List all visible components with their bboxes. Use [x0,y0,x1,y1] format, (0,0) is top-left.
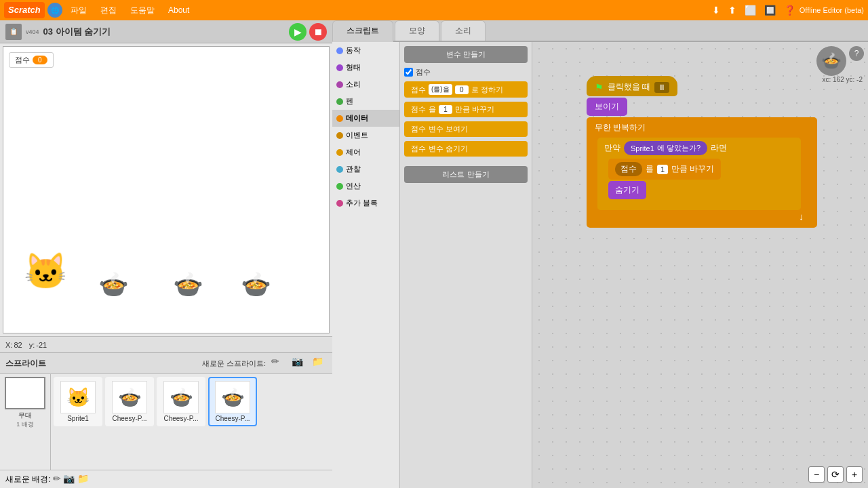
menu-edit[interactable]: 편집 [95,3,122,18]
new-sprite-folder-icon[interactable]: 📁 [312,356,327,371]
flag-icon: ⚑ [595,82,604,93]
touching-oval[interactable]: Sprite1 에 닿았는가? [624,141,707,155]
sprite-name-0: Sprite1 [58,415,98,422]
hide-block[interactable]: 숨기기 [608,181,646,199]
block-change-var-text3: 만큼 바꾸기 [455,104,494,115]
cat-data-label: 데이터 [346,113,368,123]
block-categories: 동작 형태 소리 펜 데이터 [332,42,400,488]
new-sprite-paint-icon[interactable]: ✏ [271,356,286,371]
var-checkbox[interactable] [404,68,413,77]
zoom-out-button[interactable]: − [808,466,825,483]
script-content: 동작 형태 소리 펜 데이터 [332,42,868,488]
stage-thumbnail[interactable]: 무대 1 배경 [0,374,51,470]
sprite-item-2[interactable]: 🍲 Cheesy-P... [157,377,205,426]
bowl-sprite-1[interactable]: 🍲 [98,270,129,299]
help-icon[interactable]: ❓ [783,3,797,17]
block-set-var-val[interactable]: 0 [455,85,469,94]
sprite-panel-header: 스프라이트 새로운 스프라이트: ✏ 📷 📁 [0,353,332,374]
coords-bar: X: 82 y: -21 [0,336,332,352]
new-sprite-photo-icon[interactable]: 📷 [292,356,307,371]
block-show-var-text1: 점수 [411,124,426,134]
block-show-var[interactable]: 점수 변수 보여기 [404,121,528,137]
cat-more-blocks[interactable]: 추가 블록 [332,195,399,211]
fullscreen-icon[interactable]: ⬜ [743,3,757,17]
block-change-var-text2: 을 [429,104,436,115]
var-label: 점수 [416,67,431,77]
zoom-controls: − ⟳ + [808,466,863,483]
svg-text:Scratch: Scratch [8,5,41,15]
cat-sprite[interactable]: 🐱 [24,251,68,292]
block-change-val[interactable]: 1 [439,105,452,114]
cat-looks[interactable]: 형태 [332,59,399,76]
sprites-list: 🐱 Sprite1 🍲 Cheesy-P... 🍲 Cheesy-P... 🍲 … [51,374,332,470]
sprite-item-1[interactable]: 🍲 Cheesy-P... [105,377,154,426]
score-change-block[interactable]: 점수 를 1 만큼 바꾸기 [608,159,721,180]
menu-file[interactable]: 파일 [65,3,92,18]
cat-operators[interactable]: 연산 [332,178,399,195]
if-text2: 라면 [711,142,727,154]
block-set-var-eq: (를)을 [429,84,452,95]
layout-icon[interactable]: 🔲 [763,3,777,17]
forever-loop-block[interactable]: 무한 반복하기 만약 Sprite1 에 닿았는가? 라면 [587,117,817,228]
stage-thumb-count: 1 배경 [16,420,34,429]
hat-block[interactable]: ⚑ 클릭했을 때 ⏸ [587,76,677,96]
cat-looks-label: 형태 [346,62,361,73]
block-hide-var-text1: 점수 [411,144,426,154]
tab-scripts[interactable]: 스크립트 [332,20,393,42]
x-value: 82 [14,341,22,349]
stop-button[interactable]: ⏹ [309,23,327,41]
tab-costumes[interactable]: 모양 [395,20,439,41]
cat-data[interactable]: 데이터 [332,110,399,127]
cat-events[interactable]: 이벤트 [332,127,399,144]
project-icon: 📋 [5,24,22,40]
score-change-input[interactable]: 1 [657,165,668,174]
upload-icon[interactable]: ⬆ [727,3,738,17]
project-titlebar: 📋 v404 03 아이템 숨기기 ▶ ⏹ [0,20,332,43]
cat-sound[interactable]: 소리 [332,76,399,93]
score-display: 점수 0 [9,52,54,68]
score-var-oval: 점수 [615,162,642,176]
show-block[interactable]: 보이기 [587,98,627,116]
green-flag-icon: ▶ [294,26,302,37]
main-layout: 📋 v404 03 아이템 숨기기 ▶ ⏹ 점수 0 🐱 [0,20,868,488]
cat-motion[interactable]: 동작 [332,42,399,59]
bowl-sprite-3[interactable]: 🍲 [241,270,271,299]
sprite-thumb-2: 🍲 [163,381,199,413]
bg-folder-icon[interactable]: 📁 [77,473,89,484]
sprite-item-0[interactable]: 🐱 Sprite1 [54,377,102,426]
project-title[interactable]: 03 아이템 숨기기 [43,26,286,38]
bg-photo-icon[interactable]: 📷 [63,473,75,484]
cat-control-label: 제어 [346,147,361,157]
scratch-logo[interactable]: Scratch [4,2,45,18]
language-globe[interactable]: 🌐 [47,3,62,18]
cat-sound-label: 소리 [346,79,361,89]
make-list-button[interactable]: 리스트 만들기 [404,166,528,183]
download-icon[interactable]: ⬇ [711,3,722,17]
cat-control[interactable]: 제어 [332,144,399,161]
stage-canvas[interactable]: 점수 0 🐱 🍲 🍲 🍲 [3,47,329,333]
block-set-var[interactable]: 점수 (를)을 0 로 정하기 [404,81,528,98]
zoom-in-button[interactable]: + [846,466,863,483]
block-set-var-text1: 점수 [411,85,426,95]
bowl-sprite-2[interactable]: 🍲 [173,270,203,299]
zoom-reset-button[interactable]: ⟳ [827,466,844,483]
script-block-group: ⚑ 클릭했을 때 ⏸ 보이기 무한 반복하기 [587,76,817,228]
block-hide-var[interactable]: 점수 변수 숨기기 [404,141,528,157]
sprite-thumb-0: 🐱 [60,381,96,413]
help-button[interactable]: ? [849,46,864,61]
cat-pen-label: 펜 [346,96,353,106]
cat-sensing[interactable]: 관찰 [332,161,399,178]
block-change-var[interactable]: 점수 을 1 만큼 바꾸기 [404,102,528,117]
make-variable-button[interactable]: 변수 만들기 [404,46,528,63]
new-sprite-label: 새로운 스프라이트: [202,359,266,369]
tab-sounds[interactable]: 소리 [441,20,486,41]
menu-help[interactable]: 도움말 [125,3,160,18]
bg-paint-icon[interactable]: ✏ [53,473,61,484]
menu-about[interactable]: About [163,4,195,16]
sprite-item-3[interactable]: 🍲 Cheesy-P... [208,377,257,426]
cat-pen[interactable]: 펜 [332,93,399,110]
script-canvas[interactable]: 🍲 xc: 162 yc: -2 ? ⚑ 클릭했을 때 ⏸ [532,42,868,488]
version-label: v404 [26,28,39,35]
green-flag-button[interactable]: ▶ [289,23,307,41]
forever-text: 무한 반복하기 [595,122,646,134]
